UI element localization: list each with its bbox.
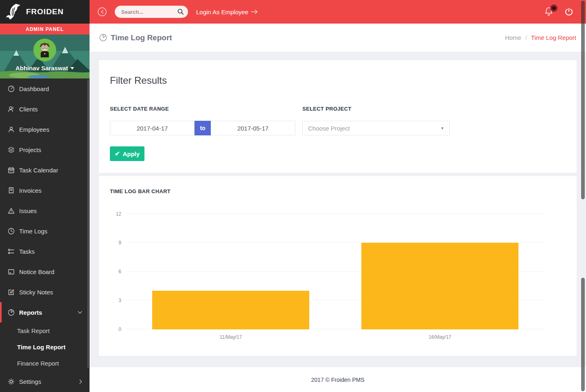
sidebar-scrollbar[interactable] <box>87 79 89 368</box>
date-range-picker: to <box>110 121 295 135</box>
sidebar-item-label: Settings <box>19 378 41 385</box>
sidebar-item-label: Clients <box>19 106 38 113</box>
sidebar-item-label: Invoices <box>19 187 42 194</box>
page-scrollbar-thumb-top[interactable] <box>581 1 585 199</box>
froiden-bird-logo-icon <box>6 3 22 21</box>
sidebar-item-employees[interactable]: Employees <box>0 119 90 139</box>
brand-header[interactable]: FROIDEN <box>0 0 90 24</box>
date-from-input[interactable] <box>110 121 195 135</box>
invoices-icon <box>7 187 15 194</box>
breadcrumb-separator: / <box>525 34 527 41</box>
login-as-employee-link[interactable]: Login As Employee <box>196 9 258 15</box>
chart-bar-16-may-17[interactable] <box>361 243 518 329</box>
notification-badge <box>550 4 558 12</box>
sidebar-item-label: Reports <box>19 309 42 316</box>
sidebar-item-reports[interactable]: Reports <box>0 302 90 322</box>
time-log-chart-card: TIME LOG BAR CHART 036912 11/May/1716/Ma… <box>99 176 577 356</box>
main-area: Login As Employee <box>90 0 586 392</box>
y-tick-label: 0 <box>118 327 121 332</box>
sidebar-item-label: Tasks <box>19 248 35 255</box>
page-header: Time Log Report Home / Time Log Report <box>90 24 586 52</box>
settings-icon <box>7 378 15 385</box>
sidebar-item-invoices[interactable]: Invoices <box>0 180 90 200</box>
x-tick-label: 11/May/17 <box>126 334 335 340</box>
copyright-text: 2017 © Froiden PMS <box>311 377 365 383</box>
arrow-right-icon <box>251 9 258 14</box>
user-caret-icon <box>70 67 74 70</box>
reports-icon <box>7 309 15 316</box>
project-select-value: Choose Project <box>308 125 350 132</box>
sidebar-item-settings[interactable]: Settings <box>0 371 90 392</box>
user-profile[interactable]: Abhinav Saraswat <box>0 35 90 78</box>
chevron-down-icon <box>78 311 82 314</box>
date-to-input[interactable] <box>211 121 295 135</box>
page-scrollbar-thumb-bottom[interactable] <box>581 278 585 391</box>
bar-chart: 036912 <box>110 214 566 329</box>
clients-icon <box>7 105 15 113</box>
pie-chart-icon <box>99 34 107 41</box>
avatar[interactable] <box>33 39 56 61</box>
project-select[interactable]: Choose Project ▼ <box>302 121 450 135</box>
breadcrumb-home-link[interactable]: Home <box>505 34 521 41</box>
y-tick-label: 6 <box>118 269 121 274</box>
x-tick-label: 16/May/17 <box>335 334 544 340</box>
breadcrumb: Home / Time Log Report <box>505 34 576 41</box>
sidebar-item-tasks[interactable]: Tasks <box>0 241 90 261</box>
check-icon: ✔ <box>115 150 120 157</box>
sidebar-item-label: Employees <box>19 126 49 133</box>
sidebar-subitem-time-log-report[interactable]: Time Log Report <box>0 339 90 355</box>
topbar: Login As Employee <box>90 0 586 24</box>
sidebar-item-sticky-notes[interactable]: Sticky Notes <box>0 282 90 302</box>
dashboard-icon <box>7 85 15 92</box>
sidebar-subitem-label: Task Report <box>17 327 50 334</box>
sidebar-item-dashboard[interactable]: Dashboard <box>0 78 90 99</box>
sidebar-item-projects[interactable]: Projects <box>0 139 90 160</box>
chart-plot-area <box>126 214 544 329</box>
user-name[interactable]: Abhinav Saraswat <box>15 65 74 72</box>
apply-button[interactable]: ✔ Apply <box>110 146 144 161</box>
search-icon[interactable] <box>177 9 184 15</box>
chart-title: TIME LOG BAR CHART <box>110 188 566 194</box>
calendar-icon <box>7 166 15 174</box>
sidebar-item-label: Task Calendar <box>19 167 58 174</box>
page-content: Filter Results SELECT DATE RANGE to SELE… <box>90 52 586 367</box>
search-box[interactable] <box>115 6 188 18</box>
sidebar-item-label: Projects <box>19 146 41 153</box>
page-title: Time Log Report <box>99 33 172 42</box>
issues-icon <box>7 207 15 214</box>
dropdown-caret-icon: ▼ <box>440 126 444 131</box>
sidebar-item-task-calendar[interactable]: Task Calendar <box>0 160 90 180</box>
sidebar-item-notice-board[interactable]: Notice Board <box>0 261 90 282</box>
sidebar-item-label: Notice Board <box>19 268 55 275</box>
login-as-employee-label: Login As Employee <box>196 9 248 15</box>
sidebar-item-time-logs[interactable]: Time Logs <box>0 221 90 241</box>
notes-icon <box>7 288 15 296</box>
apply-button-label: Apply <box>122 150 140 157</box>
sidebar-item-issues[interactable]: Issues <box>0 200 90 221</box>
sidebar-item-label: Dashboard <box>19 85 49 92</box>
footer: 2017 © Froiden PMS <box>90 367 586 392</box>
sidebar: FROIDEN ADMIN PANEL <box>0 0 90 392</box>
sidebar-subitem-task-report[interactable]: Task Report <box>0 322 90 339</box>
chart-bar-11-may-17[interactable] <box>152 291 309 329</box>
sidebar-item-label: Sticky Notes <box>19 289 53 296</box>
sidebar-item-label: Issues <box>19 207 37 214</box>
projects-icon <box>7 146 15 153</box>
sidebar-subitem-finance-report[interactable]: Finance Report <box>0 355 90 371</box>
employees-icon <box>7 126 15 133</box>
search-input[interactable] <box>121 9 175 15</box>
app-root: FROIDEN ADMIN PANEL <box>0 0 586 392</box>
notifications-bell-icon[interactable] <box>544 7 553 17</box>
sidebar-item-clients[interactable]: Clients <box>0 99 90 119</box>
topbar-actions <box>544 7 579 17</box>
sidebar-collapse-icon[interactable] <box>98 7 107 16</box>
logout-power-icon[interactable] <box>565 8 573 16</box>
sidebar-menu: DashboardClientsEmployeesProjectsTask Ca… <box>0 78 90 392</box>
project-label: SELECT PROJECT <box>302 106 450 112</box>
filter-results-card: Filter Results SELECT DATE RANGE to SELE… <box>99 60 577 173</box>
brand-name: FROIDEN <box>26 7 64 16</box>
chevron-right-icon <box>79 379 82 384</box>
page-title-label: Time Log Report <box>111 33 172 42</box>
tasks-icon <box>7 248 15 255</box>
chart-y-axis: 036912 <box>110 214 126 329</box>
